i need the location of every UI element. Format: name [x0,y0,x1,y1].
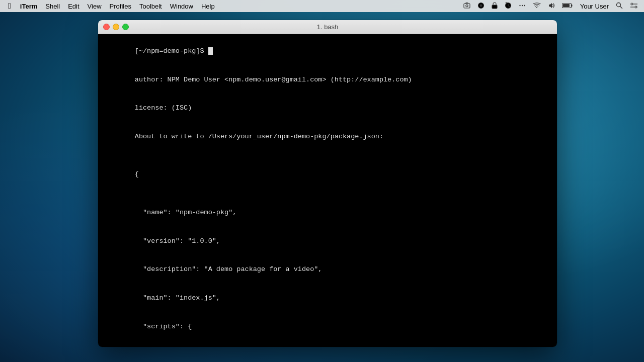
empty-line-1 [102,151,553,161]
titlebar: 1. bash [98,20,557,34]
camera-icon[interactable] [461,1,472,12]
svg-point-8 [521,5,522,6]
menubar-help[interactable]: Help [197,2,219,11]
maximize-button[interactable] [122,24,129,30]
author-line: author: NPM Demo User <npm.demo.user@gma… [102,66,553,95]
version-text: "version": "1.0.0", [135,237,220,245]
iterm-window: 1. bash [~/npm=demo-pkg]$ author: NPM De… [98,20,557,347]
menubar-edit[interactable]: Edit [64,2,83,11]
menubar-right: Your User [461,1,640,12]
main-line: "main": "index.js", [102,284,553,313]
menubar-shell[interactable]: Shell [41,2,64,11]
open-brace-line: { [102,161,553,190]
apple-menu[interactable]:  [4,1,15,12]
scripts-open-text: "scripts": { [135,323,192,330]
svg-rect-5 [492,5,497,9]
license-line: license: (ISC) [102,94,553,123]
control-center-icon[interactable] [628,2,640,11]
minimize-button[interactable] [113,24,119,30]
name-line: "name": "npm-demo-pkg", [102,199,553,227]
traffic-lights [103,24,129,30]
menubar:  iTerm Shell Edit View Profiles Toolbel… [0,0,644,12]
desc-line: "description": "A demo package for a vid… [102,255,553,284]
author-text: author: NPM Demo User <npm.demo.user@gma… [135,76,412,83]
dots-icon[interactable] [517,1,528,12]
empty-line-2 [102,189,553,199]
svg-line-14 [620,6,622,8]
wifi-icon[interactable] [531,2,543,11]
menubar-left:  iTerm Shell Edit View Profiles Toolbel… [4,1,219,12]
version-line: "version": "1.0.0", [102,227,553,256]
menubar-view[interactable]: View [84,2,106,11]
svg-rect-12 [563,4,570,7]
desc-text: "description": "A demo package for a vid… [135,265,323,273]
test-line: "test": "echo \"Error: no test specified… [102,341,553,347]
svg-point-7 [519,5,520,6]
top-prompt-line: [~/npm=demo-pkg]$ [102,37,553,66]
top-cursor [208,47,213,55]
svg-point-15 [631,3,633,5]
svg-rect-0 [464,4,470,8]
license-text: license: (ISC) [135,104,192,112]
menubar-window[interactable]: Window [166,2,197,11]
scripts-open-line: "scripts": { [102,313,553,341]
menubar-toolbelt[interactable]: Toolbelt [135,2,166,11]
name-text: "name": "npm-demo-pkg", [135,209,237,216]
volume-icon[interactable] [546,1,557,12]
window-title: 1. bash [317,23,339,31]
svg-point-18 [635,6,637,8]
about-text: About to write to /Users/your_user/npm-d… [135,133,383,140]
terminal-content[interactable]: [~/npm=demo-pkg]$ author: NPM Demo User … [98,34,557,347]
spotlight-icon[interactable] [614,1,625,12]
menubar-iterm[interactable]: iTerm [16,2,41,11]
menubar-profiles[interactable]: Profiles [106,2,135,11]
lock-icon[interactable] [490,1,500,12]
main-text: "main": "index.js", [135,294,220,302]
svg-point-9 [524,5,525,6]
desktop:  iTerm Shell Edit View Profiles Toolbel… [0,0,644,362]
screen-record-icon[interactable] [475,1,487,12]
svg-rect-11 [571,5,572,7]
username[interactable]: Your User [578,2,611,11]
open-brace-text: { [135,170,139,178]
svg-point-1 [465,5,467,7]
svg-point-4 [479,4,482,7]
top-prompt-text: [~/npm=demo-pkg]$ [135,47,208,55]
time-machine-icon[interactable] [503,1,514,12]
battery-icon[interactable] [560,2,575,11]
close-button[interactable] [103,24,110,30]
about-line: About to write to /Users/your_user/npm-d… [102,123,553,151]
